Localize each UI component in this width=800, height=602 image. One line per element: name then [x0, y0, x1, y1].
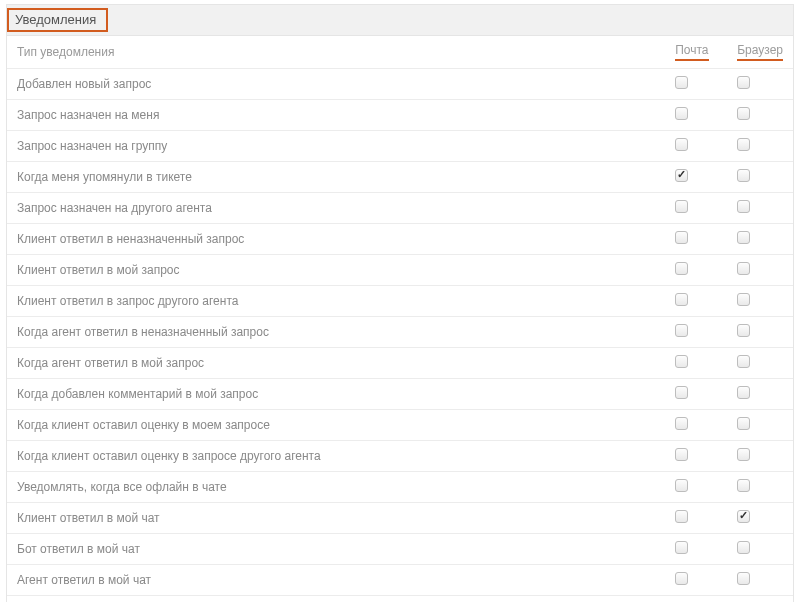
- cell-mail: [665, 596, 727, 603]
- row-label: Запрос назначен на меня: [7, 100, 665, 131]
- table-row: Запрос назначен на меня: [7, 100, 793, 131]
- cell-mail: [665, 193, 727, 224]
- checkbox-browser[interactable]: [737, 541, 750, 554]
- panel-title: Уведомления: [7, 8, 108, 32]
- table-row: Когда меня упомянули в тикете: [7, 162, 793, 193]
- checkbox-browser[interactable]: [737, 479, 750, 492]
- checkbox-browser[interactable]: [737, 107, 750, 120]
- checkbox-browser[interactable]: [737, 324, 750, 337]
- row-label: Когда добавлен комментарий в мой запрос: [7, 379, 665, 410]
- table-row: Запрос назначен на группу: [7, 131, 793, 162]
- row-label: Добавлен новый запрос: [7, 69, 665, 100]
- cell-browser: [727, 162, 793, 193]
- row-label: Чат назначен на меня: [7, 596, 665, 603]
- table-row: Когда клиент оставил оценку в запросе др…: [7, 441, 793, 472]
- checkbox-mail[interactable]: [675, 262, 688, 275]
- row-label: Когда агент ответил в неназначенный запр…: [7, 317, 665, 348]
- checkbox-mail[interactable]: [675, 355, 688, 368]
- cell-browser: [727, 131, 793, 162]
- cell-browser: [727, 596, 793, 603]
- checkbox-mail[interactable]: [675, 386, 688, 399]
- cell-mail: [665, 317, 727, 348]
- cell-mail: [665, 348, 727, 379]
- checkbox-browser[interactable]: [737, 138, 750, 151]
- table-row: Агент ответил в мой чат: [7, 565, 793, 596]
- table-row: Запрос назначен на другого агента: [7, 193, 793, 224]
- cell-mail: [665, 410, 727, 441]
- checkbox-mail[interactable]: [675, 293, 688, 306]
- row-label: Клиент ответил в мой чат: [7, 503, 665, 534]
- cell-mail: [665, 162, 727, 193]
- row-label: Бот ответил в мой чат: [7, 534, 665, 565]
- table-row: Когда клиент оставил оценку в моем запро…: [7, 410, 793, 441]
- checkbox-mail[interactable]: [675, 107, 688, 120]
- checkbox-mail[interactable]: [675, 200, 688, 213]
- cell-mail: [665, 255, 727, 286]
- checkbox-mail[interactable]: [675, 76, 688, 89]
- checkbox-mail[interactable]: [675, 169, 688, 182]
- cell-browser: [727, 193, 793, 224]
- table-header-row: Тип уведомления Почта Браузер: [7, 36, 793, 69]
- checkbox-browser[interactable]: [737, 448, 750, 461]
- notifications-table: Тип уведомления Почта Браузер Добавлен н…: [7, 36, 793, 602]
- cell-browser: [727, 534, 793, 565]
- checkbox-browser[interactable]: [737, 417, 750, 430]
- cell-browser: [727, 255, 793, 286]
- checkbox-mail[interactable]: [675, 448, 688, 461]
- col-header-type: Тип уведомления: [7, 36, 665, 69]
- cell-browser: [727, 286, 793, 317]
- row-label: Когда меня упомянули в тикете: [7, 162, 665, 193]
- cell-browser: [727, 379, 793, 410]
- table-row: Клиент ответил в мой чат: [7, 503, 793, 534]
- row-label: Когда клиент оставил оценку в запросе др…: [7, 441, 665, 472]
- checkbox-mail[interactable]: [675, 417, 688, 430]
- table-row: Бот ответил в мой чат: [7, 534, 793, 565]
- cell-mail: [665, 69, 727, 100]
- cell-mail: [665, 472, 727, 503]
- notifications-panel: Уведомления Тип уведомления Почта Браузе…: [6, 4, 794, 602]
- checkbox-mail[interactable]: [675, 138, 688, 151]
- col-header-mail[interactable]: Почта: [665, 36, 727, 69]
- row-label: Клиент ответил в мой запрос: [7, 255, 665, 286]
- cell-mail: [665, 131, 727, 162]
- checkbox-browser[interactable]: [737, 169, 750, 182]
- table-row: Когда агент ответил в мой запрос: [7, 348, 793, 379]
- cell-mail: [665, 379, 727, 410]
- cell-browser: [727, 224, 793, 255]
- table-row: Когда агент ответил в неназначенный запр…: [7, 317, 793, 348]
- checkbox-mail[interactable]: [675, 324, 688, 337]
- checkbox-browser[interactable]: [737, 293, 750, 306]
- cell-mail: [665, 534, 727, 565]
- col-header-browser[interactable]: Браузер: [727, 36, 793, 69]
- cell-browser: [727, 410, 793, 441]
- checkbox-browser[interactable]: [737, 231, 750, 244]
- checkbox-browser[interactable]: [737, 76, 750, 89]
- checkbox-mail[interactable]: [675, 572, 688, 585]
- checkbox-browser[interactable]: [737, 355, 750, 368]
- row-label: Когда агент ответил в мой запрос: [7, 348, 665, 379]
- cell-mail: [665, 503, 727, 534]
- table-row: Чат назначен на меня: [7, 596, 793, 603]
- table-row: Добавлен новый запрос: [7, 69, 793, 100]
- table-row: Уведомлять, когда все офлайн в чате: [7, 472, 793, 503]
- checkbox-mail[interactable]: [675, 510, 688, 523]
- checkbox-browser[interactable]: [737, 262, 750, 275]
- checkbox-mail[interactable]: [675, 231, 688, 244]
- row-label: Запрос назначен на группу: [7, 131, 665, 162]
- cell-mail: [665, 565, 727, 596]
- cell-mail: [665, 224, 727, 255]
- cell-browser: [727, 348, 793, 379]
- table-row: Когда добавлен комментарий в мой запрос: [7, 379, 793, 410]
- table-row: Клиент ответил в неназначенный запрос: [7, 224, 793, 255]
- checkbox-browser[interactable]: [737, 510, 750, 523]
- checkbox-browser[interactable]: [737, 200, 750, 213]
- cell-browser: [727, 100, 793, 131]
- checkbox-browser[interactable]: [737, 572, 750, 585]
- row-label: Когда клиент оставил оценку в моем запро…: [7, 410, 665, 441]
- checkbox-browser[interactable]: [737, 386, 750, 399]
- table-row: Клиент ответил в мой запрос: [7, 255, 793, 286]
- row-label: Агент ответил в мой чат: [7, 565, 665, 596]
- cell-browser: [727, 317, 793, 348]
- checkbox-mail[interactable]: [675, 541, 688, 554]
- checkbox-mail[interactable]: [675, 479, 688, 492]
